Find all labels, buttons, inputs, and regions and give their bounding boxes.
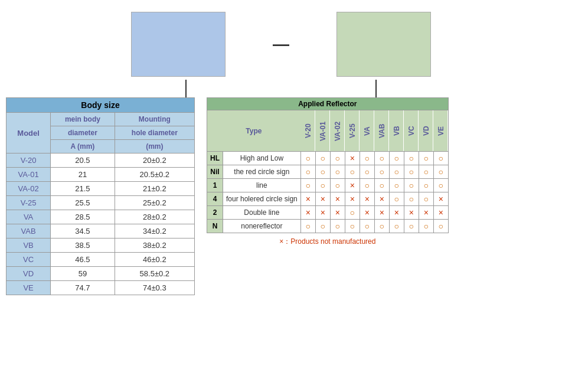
cross-icon: × xyxy=(365,194,370,204)
table-row: VB 38.5 38±0.2 xyxy=(6,239,195,253)
value-cell: × xyxy=(345,179,360,192)
circle-icon: ○ xyxy=(409,194,414,204)
value-cell: ○ xyxy=(389,220,404,233)
type-desc-cell: Double line xyxy=(223,206,301,220)
circle-icon: ○ xyxy=(424,167,429,177)
cross-icon: × xyxy=(350,181,355,190)
circle-icon: ○ xyxy=(409,221,414,231)
circle-icon: ○ xyxy=(306,167,311,177)
type-code-cell: Nil xyxy=(207,165,223,179)
model-cell: VD xyxy=(6,267,51,281)
table-row: VC 46.5 46±0.2 xyxy=(6,253,195,267)
circle-icon: ○ xyxy=(321,221,325,231)
circle-icon: ○ xyxy=(335,181,340,190)
circle-icon: ○ xyxy=(409,153,414,163)
value-cell: ○ xyxy=(419,192,433,206)
value-cell: × xyxy=(330,192,345,206)
cross-icon: × xyxy=(424,208,429,217)
value-cell: × xyxy=(315,192,330,206)
cross-icon: × xyxy=(321,194,325,204)
model-header: Model xyxy=(6,113,51,153)
col-header: VAB xyxy=(374,110,389,152)
table-row: VA-01 21 20.5±0.2 xyxy=(6,168,195,182)
mounting-cell: 21±0.2 xyxy=(115,182,194,196)
value-cell: ○ xyxy=(300,152,315,165)
reflector-title: Applied Reflector xyxy=(207,98,449,110)
model-cell: VA-02 xyxy=(6,182,51,196)
diameter-cell: 28.5 xyxy=(51,210,115,224)
value-cell: × xyxy=(360,206,374,220)
value-cell: ○ xyxy=(300,220,315,233)
diameter-cell: 38.5 xyxy=(51,239,115,253)
value-cell: ○ xyxy=(419,220,433,233)
green-box xyxy=(336,12,431,77)
value-cell: × xyxy=(360,192,374,206)
model-cell: VC xyxy=(6,253,51,267)
table-row: VE 74.7 74±0.3 xyxy=(6,281,195,295)
diameter-cell: 21.5 xyxy=(51,182,115,196)
value-cell: × xyxy=(419,206,433,220)
circle-icon: ○ xyxy=(394,221,399,231)
value-cell: × xyxy=(315,206,330,220)
value-cell: ○ xyxy=(389,192,404,206)
col-header: V-20 xyxy=(300,110,315,152)
mounting-header-1: Mounting xyxy=(115,113,194,126)
mounting-header-2: hole diameter xyxy=(115,126,194,140)
mounting-cell: 28±0.2 xyxy=(115,210,194,224)
circle-icon: ○ xyxy=(321,167,325,177)
value-cell: ○ xyxy=(315,152,330,165)
col-header: VA-02 xyxy=(330,110,345,152)
circle-icon: ○ xyxy=(424,181,429,190)
circle-icon: ○ xyxy=(380,167,384,177)
circle-icon: ○ xyxy=(365,181,370,190)
type-code-cell: N xyxy=(207,220,223,233)
circle-icon: ○ xyxy=(439,153,443,163)
circle-icon: ○ xyxy=(439,221,443,231)
value-cell: ○ xyxy=(345,220,360,233)
col-header: V-25 xyxy=(345,110,360,152)
diameter-cell: 25.5 xyxy=(51,196,115,210)
value-cell: ○ xyxy=(374,179,389,192)
cross-icon: × xyxy=(335,208,340,217)
diameter-cell: 21 xyxy=(51,168,115,182)
circle-icon: ○ xyxy=(365,167,370,177)
model-cell: VB xyxy=(6,239,51,253)
value-cell: × xyxy=(300,192,315,206)
circle-icon: ○ xyxy=(335,153,340,163)
reflector-row: 4four holered circle sign××××××○○○× xyxy=(207,192,449,206)
value-cell: ○ xyxy=(419,179,433,192)
value-cell: ○ xyxy=(374,152,389,165)
circle-icon: ○ xyxy=(394,153,399,163)
value-cell: ○ xyxy=(389,152,404,165)
reflector-row: 2Double line×××○×××××× xyxy=(207,206,449,220)
value-cell: ○ xyxy=(330,165,345,179)
diameter-cell: 46.5 xyxy=(51,253,115,267)
reflector-row: Nnonereflector○○○○○○○○○○ xyxy=(207,220,449,233)
value-cell: ○ xyxy=(330,179,345,192)
model-cell: V-25 xyxy=(6,196,51,210)
value-cell: ○ xyxy=(433,165,448,179)
value-cell: ○ xyxy=(330,152,345,165)
table-row: V-25 25.5 25±0.2 xyxy=(6,196,195,210)
diameter-header-1: mein body xyxy=(51,113,115,126)
value-cell: × xyxy=(433,192,448,206)
circle-icon: ○ xyxy=(365,153,370,163)
type-desc-cell: line xyxy=(223,179,301,192)
value-cell: ○ xyxy=(374,220,389,233)
circle-icon: ○ xyxy=(380,221,384,231)
circle-icon: ○ xyxy=(321,153,325,163)
model-cell: VA-01 xyxy=(6,168,51,182)
mounting-cell: 38±0.2 xyxy=(115,239,194,253)
value-cell: ○ xyxy=(433,152,448,165)
cross-icon: × xyxy=(350,153,355,163)
circle-icon: ○ xyxy=(424,194,429,204)
diameter-cell: 34.5 xyxy=(51,224,115,239)
type-desc-cell: High and Low xyxy=(223,152,301,165)
cross-icon: × xyxy=(439,208,443,217)
circle-icon: ○ xyxy=(394,181,399,190)
table-row: VA 28.5 28±0.2 xyxy=(6,210,195,224)
value-cell: ○ xyxy=(330,220,345,233)
model-cell: V-20 xyxy=(6,153,51,168)
circle-icon: ○ xyxy=(394,194,399,204)
type-desc-cell: the red circle sign xyxy=(223,165,301,179)
